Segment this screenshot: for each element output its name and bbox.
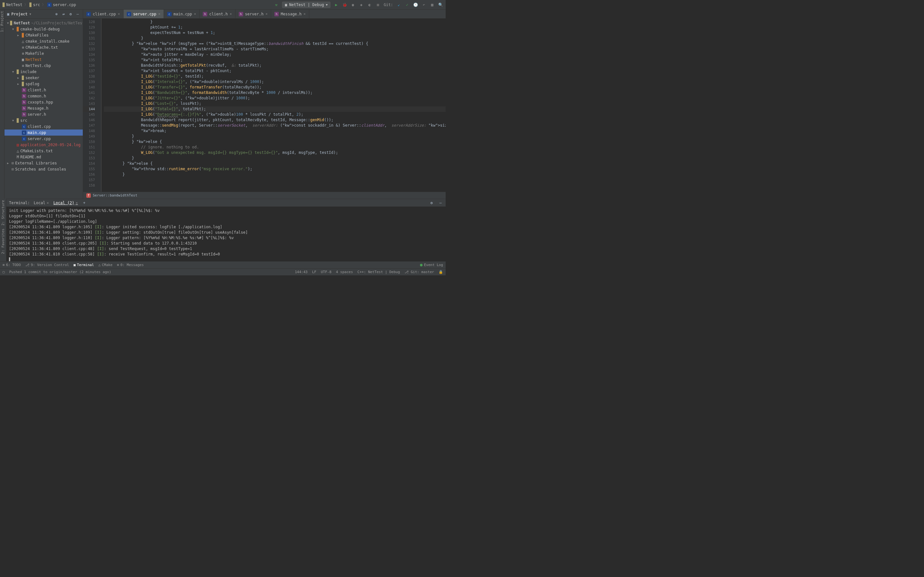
editor-tab[interactable]: c main.cpp × (164, 10, 200, 18)
tree-item[interactable]: h server.h (5, 111, 83, 117)
line-separator[interactable]: LF (312, 270, 317, 274)
rail-structure-tab[interactable]: 2: Structure (1, 200, 5, 226)
stop-icon[interactable]: ■ (375, 2, 381, 7)
h-file-icon: h (203, 12, 207, 16)
tree-item[interactable]: ▼ ▉ cmake-build-debug (5, 26, 83, 32)
terminal-tab[interactable]: Local (2) × (53, 201, 78, 205)
tree-item[interactable]: △ CMakeLists.txt (5, 148, 83, 154)
event-log-tool[interactable]: Event Log (420, 263, 443, 267)
vcs-tool[interactable]: ⎇ 9: Version Control (25, 263, 69, 267)
tree-item[interactable]: ▤ application_2020-05-24.log (5, 142, 83, 148)
todo-tool[interactable]: ≡ 6: TODO (3, 263, 21, 267)
editor-tab[interactable]: c client.cpp × (83, 10, 124, 18)
context-info[interactable]: C++: NetTest | Debug (357, 270, 400, 274)
gear-icon[interactable]: ⚙ (429, 200, 434, 205)
tree-item-label: README.md (20, 155, 41, 159)
tree-item[interactable]: ≡ CMakeCache.txt (5, 44, 83, 50)
close-icon[interactable]: × (265, 12, 268, 16)
branch-info[interactable]: ⎇ Git: master (405, 270, 434, 274)
cursor-position[interactable]: 144:43 (295, 270, 308, 274)
tree-item[interactable]: ▶ ▉ CMakeFiles (5, 32, 83, 38)
tree-item[interactable]: M README.md (5, 154, 83, 160)
editor-tab[interactable]: h server.h × (236, 10, 271, 18)
rail-favorites-tab[interactable]: 2: Favorites (1, 229, 5, 254)
tree-item[interactable]: h client.h (5, 87, 83, 93)
tree-item[interactable]: ▼ ▉ src (5, 117, 83, 123)
close-icon[interactable]: × (118, 12, 120, 16)
code-breadcrumb-fn[interactable]: Server::bandwidthTest (93, 193, 137, 197)
tree-item[interactable]: h cxxopts.hpp (5, 99, 83, 105)
new-terminal-icon[interactable]: + (82, 200, 87, 205)
tree-item[interactable]: △ cmake_install.cmake (5, 38, 83, 44)
profile-icon[interactable]: ◈ (359, 2, 364, 7)
locate-icon[interactable]: ⊕ (54, 11, 59, 17)
git-update-icon[interactable]: ↙ (396, 2, 401, 7)
tree-item[interactable]: ≡ NetTest.cbp (5, 63, 83, 69)
close-icon[interactable]: × (230, 12, 232, 16)
close-icon[interactable]: × (75, 201, 78, 205)
run-icon[interactable]: ▶ (334, 2, 339, 7)
hammer-build-icon[interactable]: ⚒ (274, 2, 279, 7)
tree-item[interactable]: ▼ ▉ include (5, 69, 83, 75)
cmake-tool[interactable]: △ CMake (99, 263, 113, 267)
close-icon[interactable]: × (158, 12, 160, 16)
editor-tabs: c client.cpp × c server.cpp × c main.cpp… (83, 10, 446, 19)
code-content[interactable]: } pktCount += 1; expectTestNum = testNum… (102, 19, 446, 192)
editor-tab[interactable]: h client.h × (200, 10, 235, 18)
git-commit-icon[interactable]: ✓ (405, 2, 410, 7)
code-viewport[interactable]: 1281291301311321331341351361371381391401… (83, 19, 446, 192)
coverage-icon[interactable]: ◉ (351, 2, 355, 7)
run-config-select[interactable]: ▣ NetTest | Debug ▼ (282, 2, 330, 8)
breadcrumb-file[interactable]: c server.cpp (47, 3, 76, 7)
tree-item[interactable]: ▶ ▉ spdlog (5, 81, 83, 87)
tree-item[interactable]: c main.cpp (5, 129, 83, 135)
indent-info[interactable]: 4 spaces (336, 270, 353, 274)
fold-gutter[interactable] (97, 19, 102, 192)
editor-tab[interactable]: c server.cpp × (124, 10, 164, 18)
debug-icon[interactable]: 🐞 (342, 2, 347, 7)
tree-item-label: Makefile (25, 51, 44, 56)
chevron-down-icon[interactable]: ▼ (29, 13, 31, 16)
attach-icon[interactable]: ◐ (367, 2, 372, 7)
git-history-icon[interactable]: 🕓 (413, 2, 418, 7)
tab-label: server.cpp (133, 12, 156, 16)
tree-item[interactable]: c server.cpp (5, 135, 83, 142)
git-label: Git: (384, 3, 393, 7)
editor-tab[interactable]: h Message.h × (271, 10, 309, 18)
txt-icon: ≡ (22, 63, 24, 68)
terminal-output[interactable]: init Logger with pattern: [%Y%m%d %H:%M:… (6, 207, 446, 261)
close-icon[interactable]: × (47, 201, 49, 205)
project-tree[interactable]: ▼ ▉ NetTest ~/CLionProjects/NetTest ▼ ▉ … (5, 19, 83, 173)
gear-icon[interactable]: ⚙ (68, 11, 73, 17)
tree-item[interactable]: c client.cpp (5, 123, 83, 129)
close-icon[interactable]: × (304, 12, 306, 16)
collapse-icon[interactable]: ⇌ (61, 11, 66, 17)
txt-icon: ≡ (22, 45, 24, 50)
hide-icon[interactable]: — (438, 200, 443, 205)
rail-project-tab[interactable]: 1: Project (0, 11, 4, 32)
git-revert-icon[interactable]: ↶ (421, 2, 426, 7)
search-icon[interactable]: 🔍 (438, 2, 443, 7)
cpp-icon: c (22, 124, 26, 129)
tree-item[interactable]: h common.h (5, 93, 83, 99)
encoding[interactable]: UTF-8 (321, 270, 331, 274)
terminal-tool[interactable]: ▣ Terminal (73, 263, 94, 267)
ide-settings-icon[interactable]: ▦ (430, 2, 435, 7)
breadcrumb-folder[interactable]: ▉ src (29, 3, 40, 7)
tree-item[interactable]: ≡ Makefile (5, 50, 83, 56)
tree-extra-item[interactable]: ⊞ Scratches and Consoles (5, 166, 83, 172)
breadcrumb-project[interactable]: ▉ NetTest (3, 3, 23, 7)
close-icon[interactable]: × (194, 12, 196, 16)
messages-tool[interactable]: ≡ 0: Messages (117, 263, 144, 267)
lock-icon[interactable]: 🔒 (439, 270, 443, 274)
txt-icon: ≡ (22, 51, 24, 56)
hide-icon[interactable]: — (75, 11, 80, 17)
tree-item[interactable]: ▣ NetTest (5, 56, 83, 63)
terminal-tab[interactable]: Local × (34, 201, 49, 205)
tree-item[interactable]: h Message.h (5, 105, 83, 111)
tool-windows-icon[interactable]: ▢ (3, 270, 5, 274)
tree-extra-item[interactable]: ▶ ⊞ External Libraries (5, 160, 83, 166)
tree-root[interactable]: ▼ ▉ NetTest ~/CLionProjects/NetTest (5, 20, 83, 26)
folder-icon: ▉ (17, 118, 19, 123)
tree-item[interactable]: ▶ ▉ seeker (5, 75, 83, 81)
